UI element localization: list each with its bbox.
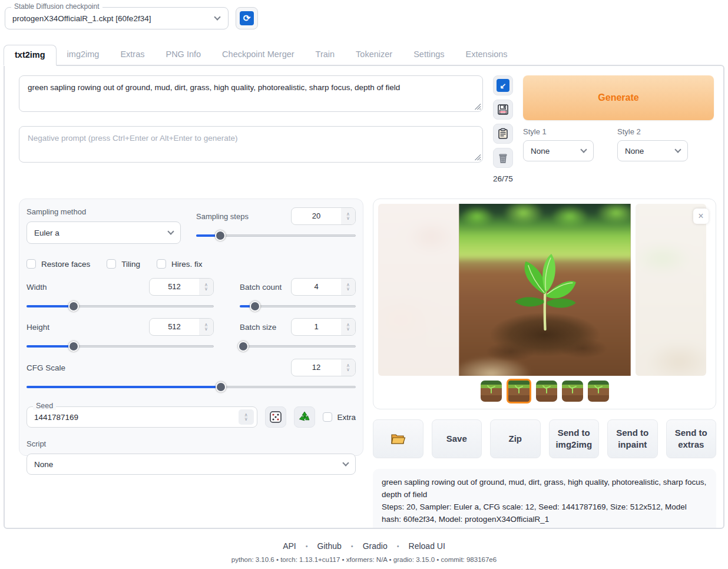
chevron-down-icon [580, 146, 587, 153]
tab-settings[interactable]: Settings [403, 45, 455, 65]
script-select[interactable]: None [27, 454, 356, 475]
checkpoint-value: protogenX34OfficialR_1.ckpt [60fe2f34] [12, 14, 210, 23]
stepper-arrows-icon[interactable]: ∧∨ [199, 279, 213, 295]
clear-prompt-button[interactable] [493, 148, 513, 168]
script-value: None [34, 460, 339, 469]
save-style-button[interactable] [493, 100, 513, 120]
batch-size-input[interactable]: 1 ∧∨ [291, 318, 356, 336]
bullet-separator: • [351, 542, 353, 550]
checkpoint-label: Stable Diffusion checkpoint [11, 2, 102, 11]
batch-size-slider[interactable] [240, 341, 356, 352]
style1-value: None [531, 147, 577, 156]
cfg-scale-slider[interactable] [27, 382, 356, 392]
bullet-separator: • [306, 542, 308, 550]
batch-count-input[interactable]: 4 ∧∨ [291, 278, 356, 296]
paste-generation-params-button[interactable]: ↙ [493, 75, 513, 95]
prompt-input[interactable]: green sapling rowing out of ground, mud,… [19, 76, 482, 111]
sampling-method-select[interactable]: Euler a [27, 221, 181, 244]
width-input[interactable]: 512 ∧∨ [149, 278, 214, 296]
footer-link-github[interactable]: Github [317, 541, 342, 551]
send-to-extras-button[interactable]: Send to extras [666, 419, 717, 458]
gallery-next-image[interactable] [636, 204, 706, 376]
footer-link-reload-ui[interactable]: Reload UI [409, 541, 445, 551]
footer-link-gradio[interactable]: Gradio [363, 541, 388, 551]
negative-prompt-input[interactable] [19, 127, 482, 162]
tab-extras[interactable]: Extras [110, 45, 155, 65]
send-to-img2img-button[interactable]: Send to img2img [549, 419, 600, 458]
generated-image[interactable] [459, 204, 630, 376]
gallery-prev-image[interactable] [378, 204, 464, 376]
stepper-arrows-icon[interactable]: ∧∨ [341, 319, 355, 335]
batch-count-label: Batch count [240, 283, 282, 292]
save-image-button[interactable]: Save [432, 419, 482, 458]
thumbnail-3[interactable] [536, 381, 557, 402]
reuse-seed-button[interactable] [294, 406, 315, 428]
tab-checkpoint-merger[interactable]: Checkpoint Merger [211, 45, 305, 65]
seed-input[interactable]: Seed 1441787169 ∧∨ [27, 406, 257, 428]
dice-icon [269, 411, 282, 424]
tab-tokenizer[interactable]: Tokenizer [345, 45, 403, 65]
apply-style-button[interactable] [493, 124, 513, 144]
height-slider[interactable] [27, 341, 214, 352]
negative-prompt-box [19, 126, 483, 163]
tab-txt2img[interactable]: txt2img [4, 45, 57, 66]
floppy-disk-icon [497, 104, 509, 115]
checkbox-icon [107, 259, 116, 269]
txt2img-panel: green sapling rowing out of ground, mud,… [4, 65, 724, 529]
random-seed-button[interactable] [265, 406, 286, 428]
stepper-arrows-icon[interactable]: ∧∨ [341, 208, 355, 224]
width-slider[interactable] [27, 301, 214, 312]
batch-count-slider[interactable] [240, 301, 356, 312]
tiling-checkbox[interactable]: Tiling [107, 259, 140, 269]
sapling-graphic [507, 250, 583, 332]
clipboard-icon [497, 128, 509, 140]
hires-fix-label: Hires. fix [171, 260, 203, 269]
tab-img2img[interactable]: img2img [57, 45, 110, 65]
extra-seed-label: Extra [337, 413, 356, 422]
generation-info-params: Steps: 20, Sampler: Euler a, CFG scale: … [382, 501, 707, 526]
stepper-arrows-icon[interactable]: ∧∨ [239, 409, 254, 425]
thumbnail-2-selected[interactable] [507, 379, 531, 403]
send-to-inpaint-button[interactable]: Send to inpaint [607, 419, 658, 458]
image-actions: Save Zip Send to img2img Send to inpaint… [373, 419, 716, 458]
stepper-arrows-icon[interactable]: ∧∨ [341, 359, 355, 376]
tab-train[interactable]: Train [305, 45, 346, 65]
footer-link-api[interactable]: API [283, 541, 296, 551]
tiling-label: Tiling [121, 260, 140, 269]
cfg-scale-input[interactable]: 12 ∧∨ [291, 359, 356, 376]
tab-png-info[interactable]: PNG Info [155, 45, 211, 65]
chevron-down-icon [342, 459, 349, 466]
zip-button[interactable]: Zip [490, 419, 541, 458]
image-gallery: × [373, 199, 716, 409]
stepper-arrows-icon[interactable]: ∧∨ [199, 319, 213, 335]
open-folder-button[interactable] [373, 419, 423, 458]
stepper-arrows-icon[interactable]: ∧∨ [341, 279, 355, 295]
height-value: 512 [150, 319, 199, 335]
generate-button[interactable]: Generate [523, 75, 714, 120]
generation-info-prompt: green sapling rowing out of ground, mud,… [382, 477, 707, 501]
checkpoint-select[interactable]: Stable Diffusion checkpoint protogenX34O… [5, 7, 229, 29]
style1-select[interactable]: None [523, 140, 594, 161]
sampling-steps-slider[interactable] [196, 230, 356, 241]
style2-select[interactable]: None [617, 140, 688, 161]
height-input[interactable]: 512 ∧∨ [149, 318, 214, 336]
tab-extensions[interactable]: Extensions [455, 45, 518, 65]
resize-grip-icon[interactable] [475, 154, 481, 160]
refresh-checkpoints-button[interactable]: ⟳ [236, 7, 258, 29]
batch-size-value: 1 [292, 319, 341, 335]
thumbnail-5[interactable] [588, 381, 609, 402]
close-gallery-button[interactable]: × [693, 209, 709, 224]
hires-fix-checkbox[interactable]: Hires. fix [157, 259, 203, 269]
checkbox-icon [323, 412, 332, 422]
thumbnail-4[interactable] [562, 381, 583, 402]
checkbox-icon [157, 259, 166, 269]
restore-faces-checkbox[interactable]: Restore faces [27, 259, 90, 269]
arrow-down-left-icon: ↙ [497, 79, 509, 92]
sampling-steps-input[interactable]: 20 ∧∨ [291, 207, 356, 225]
extra-seed-checkbox[interactable]: Extra [323, 412, 356, 422]
trash-icon [497, 152, 509, 164]
thumbnail-1[interactable] [481, 381, 502, 402]
chevron-down-icon [167, 228, 174, 234]
restore-faces-label: Restore faces [41, 260, 90, 269]
resize-grip-icon[interactable] [475, 104, 481, 110]
